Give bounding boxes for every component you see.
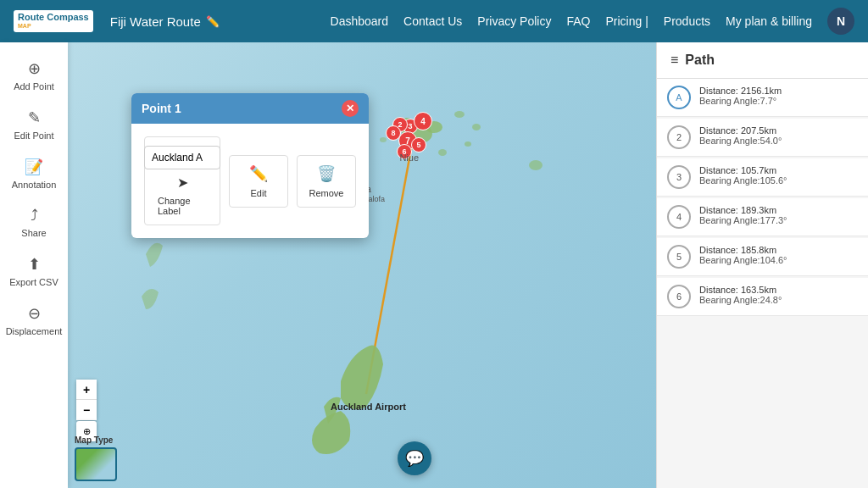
path-distance: Distance: 163.5km xyxy=(699,285,782,295)
share-label: Share xyxy=(21,228,46,238)
sidebar-item-edit-point[interactable]: ✎ Edit Point xyxy=(0,100,68,149)
edit-button[interactable]: ✏️ Edit xyxy=(229,155,288,208)
sidebar-item-annotation[interactable]: 📝 Annotation xyxy=(0,149,68,198)
nav-billing[interactable]: My plan & billing xyxy=(726,14,812,28)
share-icon: ⤴ xyxy=(31,207,38,225)
map-type-label: Map Type xyxy=(75,435,117,445)
main-layout: ⊕ Add Point ✎ Edit Point 📝 Annotation ⤴ … xyxy=(0,42,868,488)
path-circle: 3 xyxy=(667,165,691,189)
header: Route CompassMAP Fiji Water Route ✏️ Das… xyxy=(0,0,868,42)
sidebar-item-add-point[interactable]: ⊕ Add Point xyxy=(0,51,68,100)
nav-privacy[interactable]: Privacy Policy xyxy=(477,14,551,28)
nav-pricing[interactable]: Pricing | xyxy=(605,14,648,28)
export-csv-icon: ⬆ xyxy=(28,255,41,274)
path-bearing: Bearing Angle:54.0° xyxy=(699,136,782,146)
logo: Route CompassMAP xyxy=(14,10,93,32)
niue-text: Niue xyxy=(399,152,419,163)
airport-name: Auckland Airport xyxy=(331,402,406,412)
path-distance: Distance: 2156.1km xyxy=(699,86,782,96)
point-popup: Point 1 ✕ ➤ Change Label ✏️ Edit 🗑️ Remo… xyxy=(131,93,369,238)
path-bearing: Bearing Angle:105.6° xyxy=(699,175,787,186)
popup-title: Point 1 xyxy=(142,102,181,115)
nav-links: Dashboard Contact Us Privacy Policy FAQ … xyxy=(331,8,854,35)
remove-label-text: Remove xyxy=(309,188,344,198)
add-point-label: Add Point xyxy=(14,81,54,92)
path-title: Path xyxy=(685,53,715,68)
path-list-item[interactable]: 3 Distance: 105.7km Bearing Angle:105.6° xyxy=(657,158,868,197)
path-info: Distance: 207.5km Bearing Angle:54.0° xyxy=(699,125,782,146)
annotation-label: Annotation xyxy=(12,180,57,190)
path-info: Distance: 163.5km Bearing Angle:24.8° xyxy=(699,285,782,305)
route-title-text: Fiji Water Route xyxy=(110,14,201,29)
sidebar: ⊕ Add Point ✎ Edit Point 📝 Annotation ⤴ … xyxy=(0,42,68,488)
path-panel-header: ≡ Path xyxy=(657,42,868,79)
svg-point-5 xyxy=(472,124,481,130)
svg-point-7 xyxy=(438,149,447,156)
path-circle: 4 xyxy=(667,205,691,229)
logo-sub: MAP xyxy=(18,23,89,30)
path-list-item[interactable]: 4 Distance: 189.3km Bearing Angle:177.3° xyxy=(657,198,868,236)
sidebar-item-share[interactable]: ⤴ Share xyxy=(0,198,68,247)
path-list-item[interactable]: 6 Distance: 163.5km Bearing Angle:24.8° xyxy=(657,278,868,316)
path-info: Distance: 189.3km Bearing Angle:177.3° xyxy=(699,205,787,225)
annotation-icon: 📝 xyxy=(25,158,43,176)
map-type-thumbnail[interactable] xyxy=(75,447,117,481)
path-distance: Distance: 207.5km xyxy=(699,125,782,136)
path-distance: Distance: 189.3km xyxy=(699,205,787,215)
right-panel: ≡ Path A Distance: 2156.1km Bearing Angl… xyxy=(656,42,868,488)
nav-contact[interactable]: Contact Us xyxy=(403,14,462,28)
path-list-item[interactable]: 5 Distance: 185.8km Bearing Angle:104.6° xyxy=(657,238,868,276)
nav-products[interactable]: Products xyxy=(664,14,710,28)
popup-body: ➤ Change Label ✏️ Edit 🗑️ Remove xyxy=(131,124,369,238)
arrow-icon: ➤ xyxy=(177,175,188,191)
remove-button[interactable]: 🗑️ Remove xyxy=(297,155,356,208)
path-bearing: Bearing Angle:7.7° xyxy=(699,96,782,106)
path-info: Distance: 2156.1km Bearing Angle:7.7° xyxy=(699,86,782,106)
airport-label: Auckland Airport xyxy=(331,402,406,412)
popup-close-button[interactable]: ✕ xyxy=(342,100,359,117)
displacement-label: Displacement xyxy=(6,326,63,336)
svg-point-4 xyxy=(454,111,465,118)
path-bearing: Bearing Angle:104.6° xyxy=(699,255,787,265)
svg-point-6 xyxy=(465,141,471,147)
svg-point-10 xyxy=(529,160,542,170)
label-input[interactable] xyxy=(144,146,220,169)
path-info: Distance: 105.7km Bearing Angle:105.6° xyxy=(699,165,787,186)
path-bearing: Bearing Angle:24.8° xyxy=(699,295,782,305)
chat-button[interactable]: 💬 xyxy=(398,441,431,475)
path-list-item[interactable]: 2 Distance: 207.5km Bearing Angle:54.0° xyxy=(657,119,868,157)
change-label-text: Change Label xyxy=(158,196,207,216)
zoom-in-button[interactable]: + xyxy=(76,380,97,400)
zoom-controls: + − xyxy=(76,380,97,420)
popup-header: Point 1 ✕ xyxy=(131,93,369,124)
path-info: Distance: 185.8km Bearing Angle:104.6° xyxy=(699,245,787,265)
nav-dashboard[interactable]: Dashboard xyxy=(331,14,389,28)
edit-label-text: Edit xyxy=(251,188,267,198)
map-area[interactable]: 3 4 2 8 7 5 6 Bearing 7.0° Distance - 21… xyxy=(68,42,656,488)
displacement-icon: ⊖ xyxy=(28,304,41,323)
zoom-out-button[interactable]: − xyxy=(76,400,97,420)
path-list-item[interactable]: A Distance: 2156.1km Bearing Angle:7.7° xyxy=(657,79,868,117)
nav-faq[interactable]: FAQ xyxy=(566,14,590,28)
edit-icon: ✏️ xyxy=(249,164,268,183)
path-icon: ≡ xyxy=(670,53,678,68)
map-point-4[interactable]: 4 xyxy=(414,112,432,130)
path-list: A Distance: 2156.1km Bearing Angle:7.7° … xyxy=(657,79,868,488)
user-avatar[interactable]: N xyxy=(827,8,854,35)
sidebar-item-displacement[interactable]: ⊖ Displacement xyxy=(0,296,68,345)
svg-point-9 xyxy=(380,137,387,142)
change-label-button[interactable]: ➤ Change Label xyxy=(144,136,220,225)
path-distance: Distance: 185.8km xyxy=(699,245,787,255)
edit-point-icon: ✎ xyxy=(28,108,41,127)
path-distance: Distance: 105.7km xyxy=(699,165,787,175)
path-circle: 6 xyxy=(667,285,691,308)
add-point-icon: ⊕ xyxy=(28,59,41,78)
map-point-5[interactable]: 5 xyxy=(411,137,426,152)
map-type-area: Map Type xyxy=(75,435,117,481)
logo-area: Route CompassMAP xyxy=(14,10,93,32)
route-title: Fiji Water Route ✏️ xyxy=(110,14,220,29)
niue-label: Niue xyxy=(399,152,419,163)
edit-route-icon[interactable]: ✏️ xyxy=(206,15,220,28)
sidebar-item-export-csv[interactable]: ⬆ Export CSV xyxy=(0,247,68,296)
path-circle: 5 xyxy=(667,245,691,269)
